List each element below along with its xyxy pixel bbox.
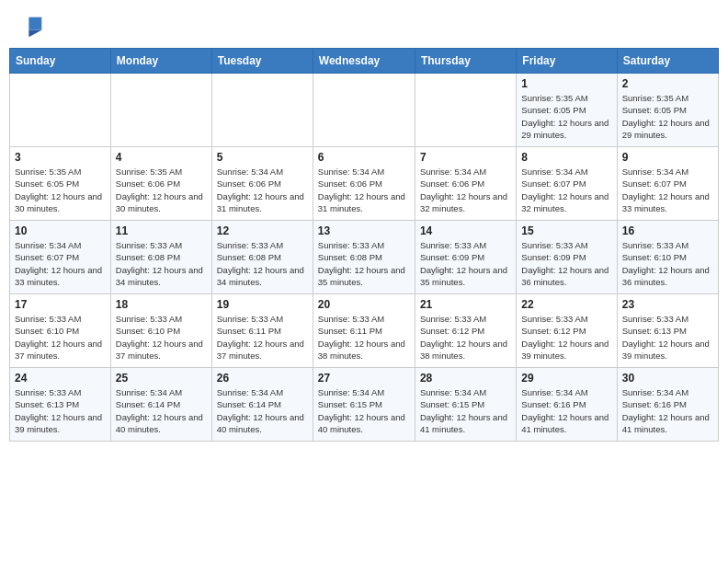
day-detail: Sunrise: 5:34 AM [15,239,106,251]
day-detail: Sunset: 6:06 PM [420,178,511,190]
day-detail: Sunrise: 5:34 AM [622,386,713,398]
day-detail: Sunset: 6:13 PM [15,398,106,410]
day-detail: Daylight: 12 hours and 39 minutes. [622,338,713,362]
day-detail: Sunrise: 5:33 AM [521,313,611,325]
svg-marker-1 [28,30,41,37]
calendar-cell: 2Sunrise: 5:35 AMSunset: 6:05 PMDaylight… [617,74,718,147]
day-detail: Daylight: 12 hours and 41 minutes. [521,411,611,436]
calendar-cell [211,74,313,147]
day-detail: Daylight: 12 hours and 30 minutes. [15,190,106,215]
calendar-cell: 9Sunrise: 5:34 AMSunset: 6:07 PMDaylight… [617,147,718,221]
day-detail: Daylight: 12 hours and 37 minutes. [15,338,106,362]
svg-marker-0 [28,17,41,30]
weekday-header: Tuesday [211,49,313,74]
day-detail: Sunrise: 5:33 AM [521,239,611,251]
day-detail: Sunrise: 5:33 AM [15,313,106,325]
day-detail: Sunrise: 5:35 AM [15,166,106,178]
day-detail: Daylight: 12 hours and 35 minutes. [420,264,511,289]
calendar-cell: 4Sunrise: 5:35 AMSunset: 6:06 PMDaylight… [110,147,211,221]
calendar-cell: 14Sunrise: 5:33 AMSunset: 6:09 PMDayligh… [415,221,516,294]
day-number: 10 [15,224,106,237]
day-number: 7 [420,151,511,164]
calendar-cell: 7Sunrise: 5:34 AMSunset: 6:06 PMDaylight… [415,147,516,221]
day-detail: Sunset: 6:09 PM [420,251,511,263]
day-detail: Daylight: 12 hours and 30 minutes. [116,190,207,215]
day-detail: Daylight: 12 hours and 33 minutes. [15,264,106,289]
day-detail: Sunrise: 5:33 AM [318,239,410,251]
day-number: 30 [622,372,713,385]
calendar-cell: 21Sunrise: 5:33 AMSunset: 6:12 PMDayligh… [415,294,516,368]
day-number: 5 [217,151,308,164]
day-detail: Daylight: 12 hours and 29 minutes. [622,117,713,142]
day-number: 12 [217,224,308,237]
calendar-cell: 23Sunrise: 5:33 AMSunset: 6:13 PMDayligh… [617,294,718,368]
day-detail: Sunrise: 5:33 AM [217,239,308,251]
day-detail: Sunrise: 5:33 AM [15,386,106,398]
day-number: 2 [622,77,713,90]
calendar-cell: 30Sunrise: 5:34 AMSunset: 6:16 PMDayligh… [617,368,718,442]
day-detail: Sunset: 6:08 PM [318,251,410,263]
day-detail: Sunset: 6:05 PM [521,104,611,116]
day-detail: Daylight: 12 hours and 36 minutes. [521,264,611,289]
day-detail: Sunset: 6:07 PM [521,178,611,190]
day-detail: Sunset: 6:06 PM [318,178,410,190]
day-detail: Sunset: 6:08 PM [217,251,308,263]
calendar-header: SundayMondayTuesdayWednesdayThursdayFrid… [10,49,719,74]
weekday-header: Saturday [617,49,718,74]
calendar-cell: 25Sunrise: 5:34 AMSunset: 6:14 PMDayligh… [110,368,211,442]
day-detail: Daylight: 12 hours and 33 minutes. [622,190,713,215]
day-detail: Daylight: 12 hours and 31 minutes. [318,190,410,215]
day-detail: Daylight: 12 hours and 32 minutes. [420,190,511,215]
day-number: 28 [420,372,511,385]
day-detail: Sunrise: 5:34 AM [420,166,511,178]
day-number: 6 [318,151,410,164]
calendar-cell: 8Sunrise: 5:34 AMSunset: 6:07 PMDaylight… [517,147,617,221]
calendar-cell [313,74,415,147]
day-number: 25 [116,372,207,385]
page-header [9,9,719,42]
day-detail: Sunset: 6:11 PM [318,325,410,337]
weekday-header: Wednesday [313,49,415,74]
day-number: 21 [420,298,511,311]
calendar-cell [415,74,516,147]
weekday-header: Monday [110,49,211,74]
day-detail: Sunrise: 5:33 AM [217,313,308,325]
day-detail: Sunset: 6:15 PM [318,398,410,410]
day-detail: Sunrise: 5:34 AM [318,386,410,398]
day-detail: Sunrise: 5:33 AM [420,239,511,251]
calendar-cell: 26Sunrise: 5:34 AMSunset: 6:14 PMDayligh… [211,368,313,442]
day-detail: Sunset: 6:14 PM [217,398,308,410]
day-number: 9 [622,151,713,164]
calendar-cell: 17Sunrise: 5:33 AMSunset: 6:10 PMDayligh… [10,294,111,368]
day-number: 23 [622,298,713,311]
day-detail: Sunrise: 5:33 AM [622,313,713,325]
day-number: 24 [15,372,106,385]
day-detail: Sunset: 6:08 PM [116,251,207,263]
calendar-cell: 11Sunrise: 5:33 AMSunset: 6:08 PMDayligh… [110,221,211,294]
calendar-cell: 13Sunrise: 5:33 AMSunset: 6:08 PMDayligh… [313,221,415,294]
calendar-cell: 6Sunrise: 5:34 AMSunset: 6:06 PMDaylight… [313,147,415,221]
day-detail: Daylight: 12 hours and 37 minutes. [116,338,207,362]
day-number: 17 [15,298,106,311]
day-detail: Sunrise: 5:33 AM [622,239,713,251]
day-detail: Daylight: 12 hours and 40 minutes. [217,411,308,436]
day-number: 20 [318,298,410,311]
day-detail: Sunset: 6:12 PM [521,325,611,337]
day-detail: Sunrise: 5:34 AM [420,386,511,398]
day-number: 14 [420,224,511,237]
day-detail: Daylight: 12 hours and 29 minutes. [521,117,611,142]
calendar-table: SundayMondayTuesdayWednesdayThursdayFrid… [9,48,719,442]
calendar-cell: 18Sunrise: 5:33 AMSunset: 6:10 PMDayligh… [110,294,211,368]
day-detail: Daylight: 12 hours and 34 minutes. [116,264,207,289]
calendar-cell: 15Sunrise: 5:33 AMSunset: 6:09 PMDayligh… [517,221,617,294]
day-detail: Sunrise: 5:34 AM [116,386,207,398]
calendar-cell: 22Sunrise: 5:33 AMSunset: 6:12 PMDayligh… [517,294,617,368]
day-detail: Sunset: 6:10 PM [622,251,713,263]
weekday-header: Friday [517,49,617,74]
calendar-cell [10,74,111,147]
day-detail: Sunrise: 5:33 AM [116,239,207,251]
day-detail: Sunset: 6:13 PM [622,325,713,337]
day-detail: Daylight: 12 hours and 41 minutes. [622,411,713,436]
day-detail: Sunrise: 5:34 AM [521,166,611,178]
calendar-cell: 28Sunrise: 5:34 AMSunset: 6:15 PMDayligh… [415,368,516,442]
